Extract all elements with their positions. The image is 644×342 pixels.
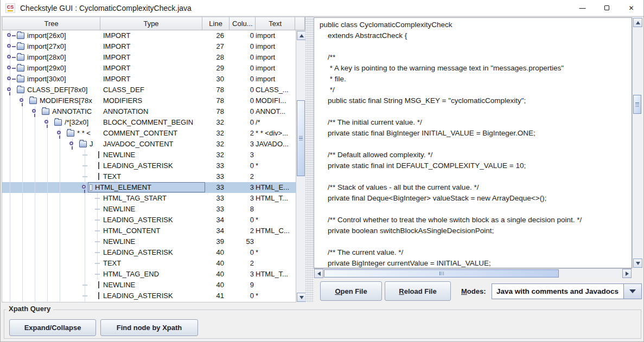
text-cell: import bbox=[256, 74, 296, 85]
code-vertical-scrollbar[interactable] bbox=[632, 17, 642, 268]
collapse-handle-icon[interactable] bbox=[82, 185, 86, 189]
tree-guide-line bbox=[22, 280, 23, 291]
tree-guide-line bbox=[85, 225, 85, 236]
column-cell: 0 bbox=[225, 30, 254, 41]
code-line: public static final String MSG_KEY = "cy… bbox=[314, 95, 632, 106]
combobox-arrow-button[interactable] bbox=[623, 284, 641, 299]
tree-guide-line bbox=[47, 160, 48, 171]
tree-cell: import[30x0] bbox=[2, 74, 101, 85]
table-row[interactable]: NEWLINE409 bbox=[2, 280, 296, 291]
tree-guide-line bbox=[10, 269, 10, 280]
collapse-handle-icon[interactable] bbox=[69, 141, 73, 145]
collapse-handle-icon[interactable] bbox=[57, 131, 61, 134]
folder-icon bbox=[42, 108, 49, 115]
expand-handle-icon[interactable] bbox=[7, 44, 11, 48]
column-cell: 0 bbox=[225, 85, 254, 95]
table-row[interactable]: ANNOTATICANNOTATION780ANNOT... bbox=[2, 106, 296, 117]
table-row[interactable]: HTML_TAG_START333HTML_T... bbox=[2, 193, 296, 204]
table-row[interactable]: import[27x0]IMPORT270import bbox=[2, 41, 296, 52]
expand-handle-icon[interactable] bbox=[7, 76, 11, 80]
clipped-leaf-label bbox=[98, 162, 99, 169]
table-row[interactable]: LEADING_ASTERISK400* bbox=[2, 247, 296, 258]
table-row[interactable]: import[26x0]IMPORT260import bbox=[2, 30, 296, 41]
tree-cell bbox=[2, 236, 101, 247]
table-row[interactable]: HTML_TAG_END403HTML_T... bbox=[2, 269, 296, 280]
open-file-button[interactable]: Open File bbox=[320, 281, 382, 301]
table-row[interactable]: * * <COMMENT_CONTENT322* * <div>... bbox=[2, 128, 296, 139]
selected-tree-node[interactable]: HTML_ELEMENT bbox=[88, 182, 205, 192]
scrollbar-thumb[interactable] bbox=[324, 269, 559, 278]
tree-cell bbox=[2, 160, 101, 171]
column-header-text[interactable]: Text bbox=[256, 17, 295, 30]
table-row[interactable]: import[29x0]IMPORT290import bbox=[2, 63, 296, 74]
table-row[interactable]: NEWLINE323 bbox=[2, 150, 296, 160]
table-row[interactable]: LEADING_ASTERISK340* bbox=[2, 215, 296, 225]
table-row[interactable]: JJAVADOC_CONTENT323JAVADO... bbox=[2, 139, 296, 150]
table-row[interactable]: TEXT402 bbox=[2, 258, 296, 269]
table-row[interactable]: TEXT332 bbox=[2, 171, 296, 182]
table-row[interactable]: import[28x0]IMPORT280import bbox=[2, 52, 296, 63]
tree-guide-line bbox=[85, 258, 85, 269]
expand-collapse-button[interactable]: Expand/Collapse bbox=[9, 319, 96, 336]
tree-guide-line bbox=[35, 139, 35, 150]
table-row[interactable]: import[30x0]IMPORT300import bbox=[2, 74, 296, 85]
column-header-type[interactable]: Type bbox=[100, 17, 202, 30]
expand-handle-icon[interactable] bbox=[7, 66, 11, 69]
scroll-down-button[interactable] bbox=[633, 259, 642, 268]
tree-guide-line bbox=[35, 193, 35, 204]
source-code-view[interactable]: public class CyclomaticComplexityCheck e… bbox=[314, 17, 632, 268]
xpath-group-title: Xpath Query bbox=[6, 305, 53, 313]
text-cell: CLASS_... bbox=[256, 85, 296, 95]
column-header-column[interactable]: Colu... bbox=[229, 17, 256, 30]
scroll-up-button[interactable] bbox=[633, 18, 642, 27]
collapse-handle-icon[interactable] bbox=[44, 120, 48, 124]
collapse-handle-icon[interactable] bbox=[20, 98, 23, 102]
text-cell: import bbox=[256, 52, 296, 63]
tree-guide-line bbox=[85, 236, 85, 247]
tree-cell: import[27x0] bbox=[2, 41, 101, 52]
minimize-button[interactable]: — bbox=[570, 0, 595, 16]
code-line: /** The current value. */ bbox=[314, 247, 632, 258]
table-row[interactable]: CLASS_DEF[78x0]CLASS_DEF780CLASS_... bbox=[2, 85, 296, 95]
tree-connector-dash bbox=[95, 198, 100, 199]
scroll-left-button[interactable] bbox=[314, 269, 323, 278]
table-row[interactable]: HTML_CONTENT342HTML_C... bbox=[2, 225, 296, 236]
tree-guide-line bbox=[47, 291, 48, 301]
find-node-by-xpath-button[interactable]: Find node by Xpath bbox=[100, 319, 198, 336]
scrollbar-thumb[interactable] bbox=[633, 95, 641, 114]
column-header-line[interactable]: Line bbox=[202, 17, 230, 30]
scroll-right-button[interactable] bbox=[622, 269, 632, 278]
tree-guide-line bbox=[22, 117, 23, 128]
table-row[interactable]: HTML_ELEMENT333HTML_E...HTML_ELEMENT bbox=[2, 182, 296, 193]
table-row[interactable]: NEWLINE3953 bbox=[2, 236, 296, 247]
maximize-button[interactable] bbox=[595, 0, 619, 16]
tree-guide-line bbox=[60, 160, 60, 171]
line-cell: 27 bbox=[186, 41, 224, 52]
column-header-tree[interactable]: Tree bbox=[2, 17, 100, 30]
tree-guide-line bbox=[35, 204, 35, 215]
modes-combobox[interactable]: Java with comments and Javadocs bbox=[492, 283, 642, 299]
expand-handle-icon[interactable] bbox=[7, 55, 11, 59]
tree-cell bbox=[2, 269, 101, 280]
table-row[interactable]: NEWLINE338 bbox=[2, 204, 296, 215]
table-row[interactable]: LEADING_ASTERISK330* bbox=[2, 160, 296, 171]
split-pane-divider[interactable] bbox=[305, 17, 314, 302]
collapse-handle-icon[interactable] bbox=[7, 87, 11, 91]
line-cell: 34 bbox=[186, 225, 224, 236]
tree-table-vertical-scrollbar[interactable] bbox=[296, 30, 305, 302]
tree-guide-line bbox=[60, 150, 60, 160]
table-row[interactable]: LEADING_ASTERISK410* bbox=[2, 291, 296, 301]
reload-file-button[interactable]: Reload File bbox=[385, 281, 451, 301]
table-row[interactable]: /*[32x0]BLOCK_COMMENT_BEGIN320/* bbox=[2, 117, 296, 128]
collapse-handle-icon[interactable] bbox=[32, 109, 36, 113]
close-button[interactable]: ✕ bbox=[619, 0, 643, 16]
scrollbar-thumb[interactable] bbox=[297, 100, 305, 176]
code-horizontal-scrollbar[interactable] bbox=[314, 268, 632, 278]
tree-cell bbox=[2, 215, 101, 225]
expand-handle-icon[interactable] bbox=[7, 33, 11, 37]
table-row[interactable]: MODIFIERS[78xMODIFIERS780MODIFI... bbox=[2, 95, 296, 106]
column-cell: 0 bbox=[225, 291, 254, 301]
scroll-down-button[interactable] bbox=[297, 293, 306, 302]
scroll-up-button[interactable] bbox=[297, 31, 306, 40]
column-cell: 0 bbox=[225, 247, 254, 258]
